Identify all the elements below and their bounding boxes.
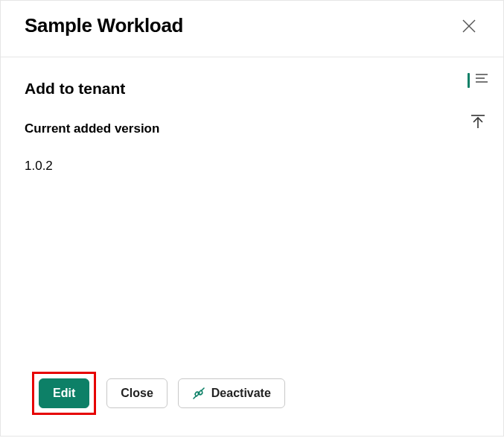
footer-actions: Edit Close Deactivate bbox=[1, 372, 503, 436]
align-left-icon[interactable] bbox=[468, 69, 488, 90]
body-content: Add to tenant Current added version 1.0.… bbox=[1, 57, 503, 372]
side-toolbar bbox=[468, 69, 488, 132]
edit-highlight-frame: Edit bbox=[32, 372, 96, 415]
close-button[interactable]: Close bbox=[106, 378, 168, 408]
header-bar: Sample Workload bbox=[1, 1, 503, 57]
unplug-icon bbox=[192, 387, 205, 400]
move-to-top-icon[interactable] bbox=[468, 111, 488, 132]
edit-button-label: Edit bbox=[53, 387, 75, 400]
edit-button[interactable]: Edit bbox=[39, 378, 89, 408]
close-button-label: Close bbox=[121, 387, 153, 400]
version-label: Current added version bbox=[25, 121, 479, 136]
deactivate-button[interactable]: Deactivate bbox=[178, 378, 285, 408]
deactivate-button-label: Deactivate bbox=[211, 387, 271, 400]
section-title: Add to tenant bbox=[25, 80, 479, 98]
close-icon[interactable] bbox=[459, 16, 479, 36]
version-value: 1.0.2 bbox=[25, 159, 479, 174]
panel: Sample Workload Add to tenant Current ad… bbox=[0, 0, 504, 437]
page-title: Sample Workload bbox=[25, 14, 183, 37]
